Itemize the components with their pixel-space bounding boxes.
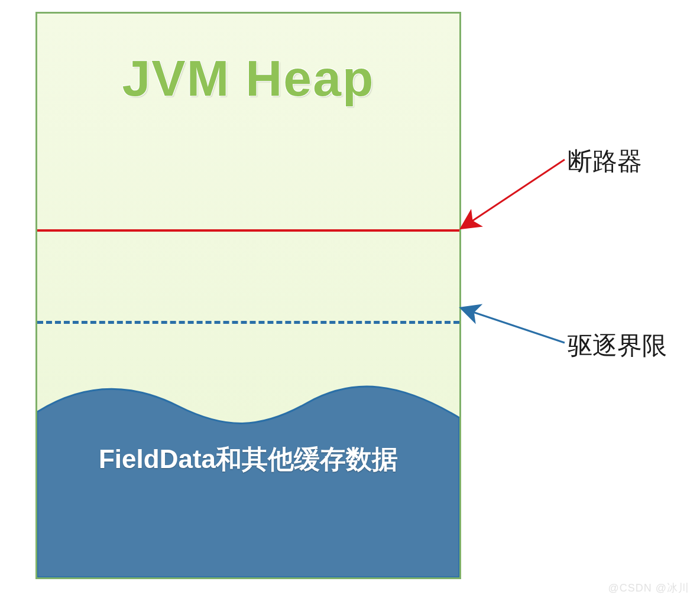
heap-title: JVM Heap (37, 49, 459, 108)
diagram-canvas: JVM Heap FieldData和其他缓存数据 断路器 驱逐界限 @CSDN… (0, 0, 700, 601)
cache-label: FieldData和其他缓存数据 (37, 442, 459, 477)
arrow-to-eviction (449, 295, 573, 355)
label-circuit-breaker: 断路器 (568, 145, 642, 178)
svg-line-0 (462, 160, 565, 228)
watermark: @CSDN @冰川 (608, 581, 689, 595)
circuit-breaker-line (37, 229, 459, 232)
eviction-limit-line (37, 321, 459, 324)
jvm-heap-box: JVM Heap FieldData和其他缓存数据 (35, 12, 461, 579)
cache-data-area: FieldData和其他缓存数据 (37, 382, 459, 577)
label-eviction-limit: 驱逐界限 (568, 329, 667, 362)
arrow-to-breaker (449, 148, 573, 242)
svg-line-1 (462, 308, 565, 343)
